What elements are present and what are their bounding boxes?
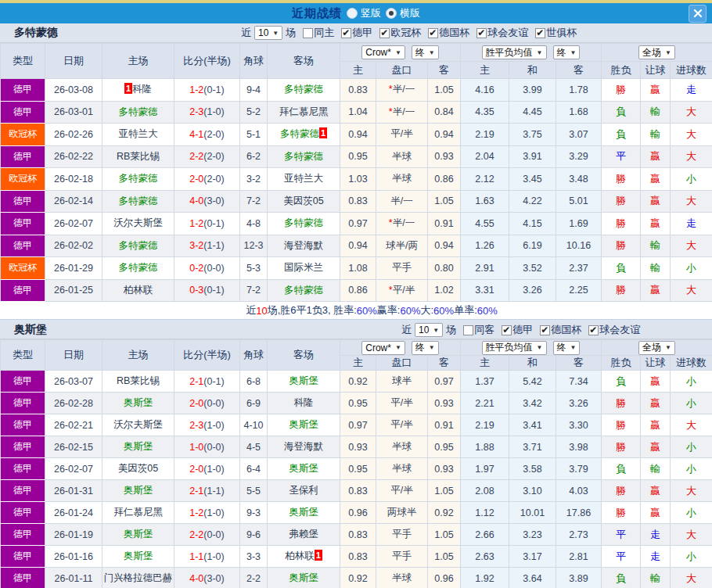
away-team-cell: 亚特兰大 xyxy=(268,168,340,191)
match-count-select[interactable]: 10 xyxy=(415,323,443,337)
team-name-cell: RB莱比锡 xyxy=(117,375,160,386)
handicap-text: 半/一 xyxy=(393,217,415,228)
corners-cell: 5-5 xyxy=(240,480,268,502)
odds-away-cell: 0.95 xyxy=(428,436,461,458)
result-text: 大 xyxy=(686,419,696,431)
checkbox-icon[interactable] xyxy=(303,28,313,38)
result-text: 走 xyxy=(650,550,660,562)
league-badge: 欧冠杯 xyxy=(1,124,45,146)
odds-final-select[interactable]: 终 xyxy=(412,341,439,355)
handicap-cell: 两球半 xyxy=(376,502,428,524)
checkbox-icon[interactable] xyxy=(588,325,599,335)
result-text: 大 xyxy=(686,150,696,162)
checkbox-icon[interactable] xyxy=(428,28,438,38)
avg-home-cell: 1.97 xyxy=(461,458,509,480)
home-team-cell: 门兴格拉德巴赫 xyxy=(102,568,174,588)
odds-home-cell: 0.83 xyxy=(340,546,376,568)
radio-label-horizontal: 横版 xyxy=(400,6,420,20)
avg-away-cell: 3.07 xyxy=(556,124,602,146)
result-handicap-cell: 輸 xyxy=(641,257,671,280)
fulltime-score: 3-2 xyxy=(189,240,203,251)
odds-away-cell: 0.93 xyxy=(428,393,461,414)
fulltime-scope-select[interactable]: 全场 xyxy=(638,45,675,59)
avg-odds-select[interactable]: 胜平负均值 xyxy=(482,45,547,59)
match-count-select[interactable]: 10 xyxy=(254,26,282,40)
date-cell: 26-02-07 xyxy=(45,458,102,480)
avg-final-select[interactable]: 终 xyxy=(553,341,581,355)
handicap-cell: 半球 xyxy=(376,458,428,480)
corners-cell: 6-4 xyxy=(240,458,268,480)
avg-home-cell: 1.37 xyxy=(461,371,509,393)
avg-home-cell: 1.88 xyxy=(461,436,509,458)
result-goals-cell: 小 xyxy=(671,371,712,393)
league-filter[interactable]: 欧冠杯 xyxy=(379,26,421,40)
odds-final-select[interactable]: 终 xyxy=(412,45,439,59)
result-text: 大 xyxy=(686,106,696,117)
checkbox-icon[interactable] xyxy=(535,28,545,38)
column-header: 客场 xyxy=(268,340,340,371)
home-team-cell: 拜仁慕尼黑 xyxy=(102,502,174,524)
checkbox-icon[interactable] xyxy=(502,325,512,335)
away-team-cell: 美因茨05 xyxy=(268,190,340,213)
league-filter[interactable]: 德国杯 xyxy=(428,26,469,40)
same-venue-filter[interactable]: 同主 xyxy=(303,26,334,40)
result-wdl-cell: 勝 xyxy=(602,414,641,436)
odds-company-select[interactable]: Crow* xyxy=(361,45,405,59)
avg-home-cell: 4.16 xyxy=(461,79,509,102)
league-filter[interactable]: 德甲 xyxy=(502,323,533,337)
result-goals-cell: 大 xyxy=(671,145,712,168)
odds-home-cell: 0.97 xyxy=(340,213,376,235)
checkbox-icon[interactable] xyxy=(341,28,351,38)
select-value: 终 xyxy=(557,341,566,354)
checkbox-icon[interactable] xyxy=(540,325,550,335)
odds-away-cell: 0.96 xyxy=(428,568,461,588)
result-text: 平 xyxy=(616,150,626,162)
result-wdl-cell: 勝 xyxy=(602,168,641,191)
result-goals-cell: 大 xyxy=(671,190,712,213)
corners-cell: 6-8 xyxy=(240,371,268,393)
date-cell: 26-02-21 xyxy=(45,414,102,436)
layout-radio-horizontal[interactable]: 横版 xyxy=(386,6,420,20)
checkbox-icon[interactable] xyxy=(379,28,390,38)
league-filter-label: 球会友谊 xyxy=(599,323,640,337)
avg-odds-select[interactable]: 胜平负均值 xyxy=(482,341,547,355)
result-goals-cell: 小 xyxy=(671,546,712,568)
team-name-cell: 奥斯堡 xyxy=(289,572,318,583)
avg-final-select[interactable]: 终 xyxy=(553,45,581,59)
result-wdl-cell: 平 xyxy=(602,524,641,546)
close-button[interactable] xyxy=(689,5,707,23)
checkbox-icon[interactable] xyxy=(476,28,487,38)
corners-cell: 5-3 xyxy=(240,257,268,280)
checkbox-icon[interactable] xyxy=(463,325,473,335)
league-filter[interactable]: 球会友谊 xyxy=(476,26,528,40)
halftime-score: (0-0) xyxy=(203,398,224,409)
result-text: 大 xyxy=(686,485,696,497)
team-name-cell: 多特蒙德 xyxy=(280,128,319,139)
date-cell: 26-02-26 xyxy=(45,124,102,146)
home-team-cell: 1科隆 xyxy=(102,79,174,102)
fulltime-scope-select[interactable]: 全场 xyxy=(638,341,675,355)
red-card-badge: 1 xyxy=(124,83,132,94)
column-subheader: 和 xyxy=(509,356,556,371)
layout-radio-vertical[interactable]: 竖版 xyxy=(347,6,381,20)
corners-cell: 5-2 xyxy=(240,101,268,124)
result-text: 小 xyxy=(686,441,696,453)
radio-unselected-icon[interactable] xyxy=(347,8,358,19)
column-subheader: 胜负 xyxy=(602,62,641,79)
result-goals-cell: 大 xyxy=(671,279,712,302)
score-cell: 4-0(3-0) xyxy=(174,568,240,588)
team-name-cell: 多特蒙德 xyxy=(119,262,158,273)
select-value: Crow* xyxy=(365,342,391,353)
radio-selected-icon[interactable] xyxy=(386,8,397,19)
avg-away-cell: 3.79 xyxy=(556,458,602,480)
league-filter[interactable]: 球会友谊 xyxy=(588,323,640,337)
odds-company-select[interactable]: Crow* xyxy=(361,341,405,355)
fulltime-score: 0-3 xyxy=(189,285,203,296)
league-filter[interactable]: 德国杯 xyxy=(540,323,581,337)
league-filter[interactable]: 德甲 xyxy=(341,26,372,40)
select-value: 全场 xyxy=(642,341,661,354)
team-name-cell: 奥斯堡 xyxy=(124,397,153,408)
league-filter[interactable]: 世俱杯 xyxy=(535,26,577,40)
same-venue-filter[interactable]: 同客 xyxy=(463,323,494,337)
result-wdl-cell: 平 xyxy=(602,145,641,168)
